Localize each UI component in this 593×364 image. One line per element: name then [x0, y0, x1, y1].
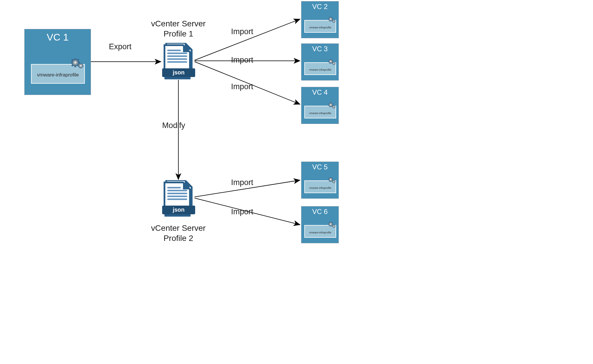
profile1-label: vCenter ServerProfile 1	[147, 19, 210, 39]
vc1-title: VC 1	[25, 32, 91, 43]
vc3-inner-box: vmware-infraprofile	[304, 62, 336, 75]
svg-point-54	[333, 226, 334, 227]
edge-import3-label: Import	[231, 82, 253, 91]
vc6-inner-box: vmware-infraprofile	[304, 225, 336, 238]
vc2-inner-box: vmware-infraprofile	[304, 20, 336, 33]
edge-import5-label: Import	[231, 207, 253, 216]
svg-point-8	[74, 61, 76, 64]
vc5-inner-box: vmware-infraprofile	[304, 180, 336, 193]
vc5-box: VC 5 vmware-infraprofile	[301, 162, 339, 199]
svg-rect-14	[72, 64, 73, 66]
vc6-title: VC 6	[301, 208, 338, 216]
svg-rect-15	[72, 59, 73, 61]
edge-import4-label: Import	[231, 178, 253, 187]
svg-text:json: json	[172, 206, 184, 213]
vc6-box: VC 6 vmware-infraprofile	[301, 206, 339, 243]
edge-modify-label: Modify	[162, 121, 185, 130]
gears-icon	[328, 17, 336, 23]
gears-icon	[328, 102, 336, 109]
svg-point-18	[80, 65, 82, 67]
profile2-file-icon: json	[162, 180, 195, 215]
vc4-box: VC 4 vmware-infraprofile	[301, 87, 339, 124]
svg-rect-10	[75, 65, 76, 67]
vc1-box: VC 1	[24, 29, 91, 95]
vc1-inner-box: vmware-infraprofile	[31, 64, 85, 84]
vc5-title: VC 5	[301, 163, 338, 171]
svg-rect-34	[164, 214, 191, 217]
svg-point-52	[330, 224, 332, 225]
svg-line-1	[195, 19, 300, 60]
edge-import1-label: Import	[231, 27, 253, 36]
profile1-label-text: vCenter ServerProfile 1	[151, 19, 206, 38]
profile2-label-text: vCenter ServerProfile 2	[151, 224, 206, 243]
svg-point-38	[333, 21, 334, 22]
edge-import2-label: Import	[231, 56, 253, 65]
svg-point-46	[333, 106, 334, 107]
profile1-file-icon: json	[162, 43, 195, 78]
svg-rect-26	[164, 77, 191, 79]
profile2-label: vCenter ServerProfile 2	[147, 223, 210, 243]
svg-point-42	[333, 63, 334, 64]
diagram-canvas: VC 1	[0, 0, 593, 364]
vc4-title: VC 4	[301, 88, 338, 96]
svg-rect-12	[78, 62, 80, 63]
svg-point-44	[330, 104, 332, 106]
svg-point-50	[333, 181, 334, 182]
edge-export-label: Export	[109, 42, 131, 51]
svg-text:json: json	[172, 69, 184, 76]
vc3-box: VC 3 vmware-infraprofile	[301, 43, 339, 81]
vc2-box: VC 2 vmware-infraprofile	[301, 1, 339, 38]
svg-point-48	[330, 179, 332, 180]
gears-icon	[328, 59, 336, 66]
svg-rect-9	[75, 58, 76, 60]
svg-rect-13	[77, 59, 79, 61]
vc3-title: VC 3	[301, 45, 338, 53]
gears-icon	[328, 177, 336, 184]
svg-point-40	[330, 61, 332, 62]
gears-icon	[328, 222, 336, 228]
vc4-inner-box: vmware-infraprofile	[304, 106, 336, 118]
svg-point-36	[330, 19, 332, 20]
svg-rect-11	[71, 62, 72, 63]
gears-icon	[71, 58, 85, 70]
vc2-title: VC 2	[301, 3, 338, 11]
